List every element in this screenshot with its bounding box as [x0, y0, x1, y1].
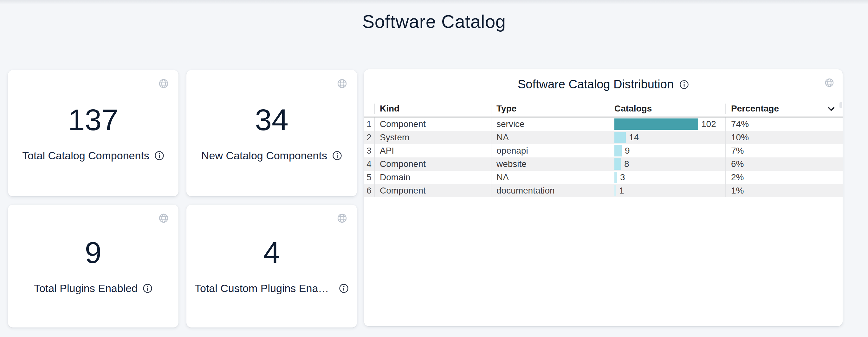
stat-label: New Catalog Components [201, 149, 327, 162]
stat-value: 137 [68, 105, 119, 135]
stat-card-total-plugins-enabled: 9 Total Plugins Enabled [8, 205, 179, 328]
table-scrollbar-thumb[interactable] [839, 102, 842, 108]
stat-value: 34 [255, 105, 288, 135]
catalogs-bar [614, 132, 626, 143]
catalogs-bar [614, 145, 622, 157]
catalogs-value: 1 [619, 186, 624, 196]
column-header-catalogs[interactable]: Catalogs [609, 104, 725, 114]
stat-label: Total Custom Plugins Enabl... [195, 282, 334, 295]
cell-catalogs: 3 [609, 171, 725, 184]
catalogs-value: 9 [625, 146, 630, 156]
cell-catalogs: 1 [609, 184, 725, 197]
panel-title-row: Software Catalog Distribution [364, 77, 843, 91]
cell-row-index: 6 [364, 184, 374, 197]
cell-percentage: 10% [725, 131, 843, 144]
cell-catalogs: 9 [609, 144, 725, 158]
cell-row-index: 2 [364, 131, 374, 144]
cell-type: website [491, 158, 609, 171]
stat-card-content: 9 Total Plugins Enabled [8, 205, 179, 328]
table-row: 6Componentdocumentation11% [364, 184, 843, 197]
cell-row-index: 5 [364, 171, 374, 184]
cell-percentage: 2% [725, 171, 843, 184]
table-row: 5DomainNA32% [364, 171, 843, 184]
catalogs-value: 14 [629, 132, 639, 142]
stat-card-content: 4 Total Custom Plugins Enabl... [186, 205, 357, 328]
catalogs-bar [614, 158, 621, 170]
stat-label: Total Catalog Components [22, 149, 149, 162]
stat-label: Total Plugins Enabled [34, 282, 137, 295]
cell-catalogs: 8 [609, 158, 725, 171]
cell-catalogs: 14 [609, 131, 725, 144]
column-header-kind[interactable]: Kind [374, 104, 491, 114]
cell-percentage: 7% [725, 144, 843, 158]
cell-kind: API [374, 144, 491, 158]
stat-card-total-custom-plugins-enabled: 4 Total Custom Plugins Enabl... [186, 205, 357, 328]
column-header-type[interactable]: Type [491, 104, 609, 114]
cell-type: documentation [491, 184, 609, 197]
cell-row-index: 4 [364, 158, 374, 171]
info-icon[interactable] [679, 80, 689, 89]
catalogs-bar [614, 119, 698, 130]
table-row: 2SystemNA1410% [364, 131, 843, 144]
stat-value: 9 [85, 238, 102, 268]
info-icon[interactable] [143, 283, 153, 293]
software-catalog-distribution-panel: Software Catalog Distribution Kind Type … [364, 69, 843, 326]
cell-percentage: 74% [725, 117, 843, 131]
cell-percentage: 6% [725, 158, 843, 171]
cell-type: service [491, 117, 609, 131]
distribution-table: Kind Type Catalogs Percentage 1Component… [364, 101, 843, 197]
top-edge-shadow [0, 0, 868, 4]
table-body: 1Componentservice10274%2SystemNA1410%3AP… [364, 117, 843, 197]
stat-card-content: 137 Total Catalog Components [8, 70, 179, 196]
catalogs-bar [614, 185, 616, 196]
cell-type: NA [491, 131, 609, 144]
table-row: 4Componentwebsite86% [364, 158, 843, 171]
cell-type: openapi [491, 144, 609, 158]
cell-kind: Component [374, 158, 491, 171]
cell-percentage: 1% [725, 184, 843, 197]
stat-label-row: Total Plugins Enabled [34, 282, 153, 295]
stat-label-row: Total Custom Plugins Enabl... [195, 282, 349, 295]
info-icon[interactable] [332, 151, 342, 161]
page-title: Software Catalog [0, 11, 868, 32]
cell-kind: Domain [374, 171, 491, 184]
stat-card-total-catalog-components: 137 Total Catalog Components [8, 70, 179, 196]
cell-type: NA [491, 171, 609, 184]
catalogs-value: 102 [701, 119, 716, 129]
cell-kind: Component [374, 184, 491, 197]
column-header-percentage[interactable]: Percentage [725, 104, 843, 114]
cell-kind: Component [374, 117, 491, 131]
stat-label-row: New Catalog Components [201, 149, 342, 162]
cell-kind: System [374, 131, 491, 144]
stat-card-content: 34 New Catalog Components [186, 70, 357, 196]
panel-title: Software Catalog Distribution [518, 77, 674, 91]
catalogs-value: 8 [624, 159, 629, 169]
info-icon[interactable] [339, 283, 349, 293]
cell-row-index: 3 [364, 144, 374, 158]
catalogs-value: 3 [620, 172, 625, 182]
chevron-down-icon[interactable] [827, 104, 836, 113]
cell-catalogs: 102 [609, 117, 725, 131]
table-row: 1Componentservice10274% [364, 117, 843, 131]
stat-label-row: Total Catalog Components [22, 149, 164, 162]
table-row: 3APIopenapi97% [364, 144, 843, 158]
info-icon[interactable] [154, 151, 164, 161]
stat-card-new-catalog-components: 34 New Catalog Components [186, 70, 357, 196]
table-header-row: Kind Type Catalogs Percentage [364, 101, 843, 117]
stat-value: 4 [264, 238, 280, 268]
catalogs-bar [614, 172, 617, 183]
cell-row-index: 1 [364, 117, 374, 131]
